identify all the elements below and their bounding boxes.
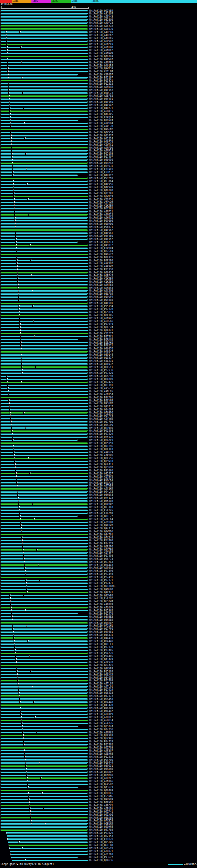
hit-row[interactable]: ▶UniRef100_Q84T91 bbox=[0, 533, 197, 536]
hit-label[interactable]: UniRef100_A9NJ53 bbox=[89, 287, 113, 289]
hit-label[interactable]: UniRef100_Q10HD0 bbox=[89, 223, 113, 225]
hit-label[interactable]: UniRef100_O22669 bbox=[89, 250, 113, 253]
hit-row[interactable]: ▶UniRef100_C6T8F7 bbox=[0, 552, 197, 555]
hit-row[interactable]: ▶UniRef100_Q39141 bbox=[0, 329, 197, 332]
hit-row[interactable]: ▶UniRef100_A2YHH8 bbox=[0, 521, 197, 524]
hit-label[interactable]: UniRef100_UPI0000… bbox=[89, 585, 116, 588]
hit-label[interactable]: UniRef100_A4QPK2 bbox=[89, 34, 113, 37]
hit-row[interactable]: ▶UniRef100_A9NVX9 bbox=[0, 85, 197, 88]
hit-row[interactable]: ▶UniRef100_Q40770 bbox=[0, 140, 197, 143]
hit-label[interactable]: UniRef100_Q4VV57 bbox=[89, 238, 113, 241]
hit-row[interactable]: ▶UniRef100_A9NNW9 bbox=[0, 52, 197, 55]
hit-label[interactable]: UniRef100_A9PCV1 bbox=[89, 804, 113, 807]
hit-row[interactable]: ▶UniRef100_C6TBV2 bbox=[0, 475, 197, 478]
hit-label[interactable]: UniRef100_A6N154 bbox=[89, 393, 113, 396]
hit-row[interactable]: ▶UniRef100_A2XLK4 bbox=[0, 518, 197, 521]
hit-row[interactable]: ▶UniRef100_P27492 bbox=[0, 743, 197, 746]
hit-label[interactable]: UniRef100_A0EQJ0 bbox=[89, 28, 113, 30]
hit-row[interactable]: ▶UniRef100_O64443 bbox=[0, 563, 197, 566]
hit-label[interactable]: UniRef100_A7Q5V3 bbox=[89, 606, 113, 609]
hit-label[interactable]: UniRef100_A9NG12 bbox=[89, 213, 113, 216]
hit-label[interactable]: UniRef100_P27529 bbox=[89, 433, 113, 435]
hit-label[interactable]: UniRef100_P27536 bbox=[89, 369, 113, 372]
hit-label[interactable]: UniRef100_Q6T7V8 bbox=[89, 414, 113, 417]
hit-row[interactable]: ▶UniRef100_A4QPK5 bbox=[0, 37, 197, 40]
hit-label[interactable]: UniRef100_Q9SXX9 bbox=[89, 673, 113, 676]
hit-label[interactable]: UniRef100_Q9M600 bbox=[89, 588, 113, 591]
hit-label[interactable]: UniRef100_Q94JJ3 bbox=[89, 527, 113, 530]
hit-row[interactable]: ▶UniRef100_Q8GBE3 bbox=[0, 615, 197, 618]
hit-row[interactable]: ▶UniRef100_A7R071 bbox=[0, 850, 197, 853]
hit-row[interactable]: ▶UniRef100_Q4VV56 bbox=[0, 183, 197, 186]
hit-label[interactable]: UniRef100_B7FJF0 bbox=[89, 448, 113, 451]
hit-row[interactable]: ▶UniRef100_Q41234 bbox=[0, 137, 197, 140]
hit-row[interactable]: ▶UniRef100_C0PQV4 bbox=[0, 247, 197, 250]
hit-label[interactable]: UniRef100_P12471 bbox=[89, 582, 113, 585]
hit-row[interactable]: ▶UniRef100_C5X7M3 bbox=[0, 512, 197, 515]
hit-label[interactable]: UniRef100_B4UJY2 bbox=[89, 174, 113, 177]
hit-label[interactable]: UniRef100_Q4VV47 bbox=[89, 104, 113, 106]
hit-label[interactable]: UniRef100_C5X7M3 bbox=[89, 512, 113, 515]
hit-row[interactable]: ▶UniRef100_C0PQF4 bbox=[0, 116, 197, 119]
hit-row[interactable]: ▶UniRef100_A9NJ53 bbox=[0, 286, 197, 289]
hit-row[interactable]: ▶UniRef100_B9IWH5 bbox=[0, 427, 197, 430]
hit-label[interactable]: UniRef100_P04776 bbox=[89, 652, 113, 655]
hit-row[interactable]: ▶UniRef100_O64448 bbox=[0, 701, 197, 704]
hit-label[interactable]: UniRef100_B4FUH1 bbox=[89, 302, 113, 305]
hit-label[interactable]: UniRef100_O64443 bbox=[89, 564, 113, 566]
hit-label[interactable]: UniRef100_C1K5B9 bbox=[89, 277, 113, 280]
hit-label[interactable]: UniRef100_Q6PSU2 bbox=[89, 783, 113, 786]
hit-label[interactable]: UniRef100_A4QPX0 bbox=[89, 31, 113, 34]
hit-label[interactable]: UniRef100_Q40956 bbox=[89, 159, 113, 161]
hit-label[interactable]: UniRef100_B9GX72 bbox=[89, 482, 113, 484]
hit-row[interactable]: ▶UniRef100_P12471 bbox=[0, 582, 197, 585]
hit-label[interactable]: UniRef100_B9XF86 bbox=[89, 396, 113, 399]
hit-label[interactable]: UniRef100_Q0JJE8 bbox=[89, 506, 113, 509]
hit-row[interactable]: ▶UniRef100_Q9ZP41 bbox=[0, 810, 197, 813]
hit-row[interactable]: ▶UniRef100_Q9FUW7 bbox=[0, 524, 197, 527]
hit-label[interactable]: UniRef100_B6T1H1 bbox=[89, 207, 113, 210]
hit-row[interactable]: ▶UniRef100_A9U7C2 bbox=[0, 777, 197, 780]
hit-row[interactable]: ▶UniRef100_Q19UF9 bbox=[0, 296, 197, 299]
hit-label[interactable]: UniRef100_A9TWB8 bbox=[89, 484, 113, 487]
hit-label[interactable]: UniRef100_Q71UH1 bbox=[89, 624, 113, 627]
hit-row[interactable]: ▶UniRef100_P12332 bbox=[0, 82, 197, 85]
hit-label[interactable]: UniRef100_B8LP75 bbox=[89, 256, 113, 259]
hit-label[interactable]: UniRef100_A4F3G7 bbox=[89, 749, 113, 752]
hit-row[interactable]: ▶UniRef100_A4QPX0 bbox=[0, 30, 197, 34]
hit-row[interactable]: ▶UniRef100_A9NG12 bbox=[0, 213, 197, 216]
hit-row[interactable]: ▶UniRef100_P12470 bbox=[0, 612, 197, 615]
hit-row[interactable]: ▷UniRef100_Q67700 bbox=[0, 420, 197, 423]
hit-label[interactable]: UniRef100_A9P0Q2 bbox=[89, 40, 113, 42]
hit-label[interactable]: UniRef100_C5WTC1 bbox=[89, 144, 113, 146]
hit-label[interactable]: UniRef100_Q43673 bbox=[89, 786, 113, 789]
hit-label[interactable]: UniRef100_Q6EUN5 bbox=[89, 823, 113, 825]
hit-label[interactable]: UniRef100_O82153 bbox=[89, 835, 113, 838]
hit-row[interactable]: ▶UniRef100_Q5ZF93 bbox=[0, 746, 197, 749]
hit-row[interactable]: ▶UniRef100_B6SZ08 bbox=[0, 707, 197, 710]
hit-label[interactable]: UniRef100_B9I107 bbox=[89, 76, 113, 79]
hit-row[interactable]: ▶UniRef100_P07370 bbox=[0, 646, 197, 649]
hit-row[interactable]: ▶UniRef100_A9TL91 bbox=[0, 685, 197, 688]
hit-row[interactable]: ▶UniRef100_P27498 bbox=[0, 679, 197, 682]
hit-label[interactable]: UniRef100_A9NLD5 bbox=[89, 390, 113, 393]
hit-label[interactable]: UniRef100_C0PQV4 bbox=[89, 247, 113, 250]
hit-row[interactable]: ▶UniRef100_A9BBU3 bbox=[0, 603, 197, 606]
hit-label[interactable]: UniRef100_P27497 bbox=[89, 155, 113, 158]
hit-row[interactable]: ▶UniRef100_P92919 bbox=[0, 323, 197, 326]
hit-row[interactable]: ▶UniRef100_P27490 bbox=[0, 539, 197, 542]
hit-row[interactable]: ▶UniRef100_Q92425 bbox=[0, 381, 197, 384]
hit-row[interactable]: ▶UniRef100_Q9A458 bbox=[0, 698, 197, 701]
hit-row[interactable]: ▶UniRef100_B9XF86 bbox=[0, 396, 197, 399]
hit-label[interactable]: UniRef100_A2Y7K8 bbox=[89, 853, 113, 856]
hit-label[interactable]: UniRef100_B6RKG2 bbox=[89, 338, 113, 341]
hit-label[interactable]: UniRef100_A9NR18 bbox=[89, 149, 113, 152]
hit-row[interactable]: ▶UniRef100_P07371 bbox=[0, 579, 197, 582]
hit-row[interactable]: ▶UniRef100_A7NXG6 bbox=[0, 780, 197, 783]
hit-row[interactable]: ▶UniRef100_Q6PSU2 bbox=[0, 783, 197, 786]
hit-row[interactable]: ▶UniRef100_B9T4C1 bbox=[0, 335, 197, 338]
hit-label[interactable]: UniRef100_Q5Z9K6 bbox=[89, 737, 113, 740]
hit-label[interactable]: UniRef100_Q57572 bbox=[89, 695, 113, 698]
hit-label[interactable]: UniRef100_O81391 bbox=[89, 384, 113, 387]
hit-row[interactable]: ▶UniRef100_B9GS22 bbox=[0, 253, 197, 256]
